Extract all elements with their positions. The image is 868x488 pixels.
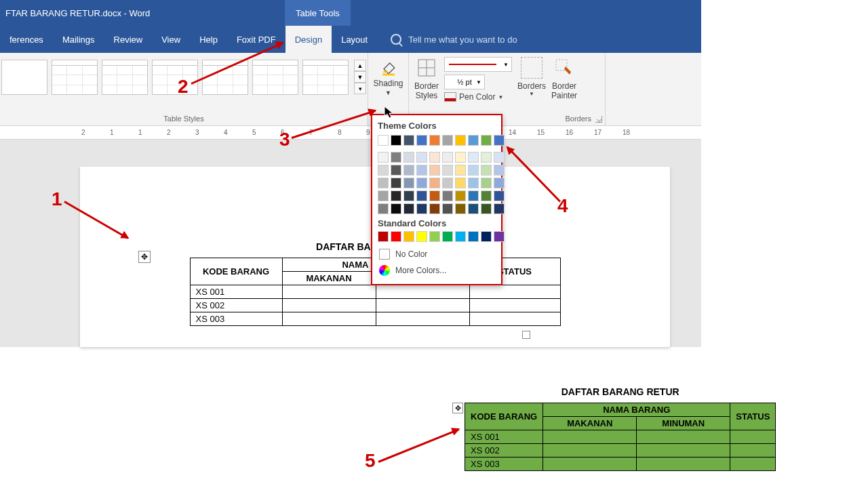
color-swatch[interactable] [403,203,414,214]
color-swatch[interactable] [429,165,440,176]
more-colors-item[interactable]: More Colors... [378,262,496,279]
color-swatch[interactable] [429,203,440,214]
color-swatch[interactable] [494,152,505,163]
color-swatch[interactable] [481,203,492,214]
color-swatch[interactable] [429,135,440,146]
color-swatch[interactable] [494,135,505,146]
color-swatch[interactable] [468,231,479,242]
no-color-item[interactable]: No Color [378,246,496,262]
color-swatch[interactable] [442,190,453,201]
color-swatch[interactable] [416,152,427,163]
tell-me-search[interactable]: Tell me what you want to do [391,26,517,53]
table-style-option[interactable] [152,60,198,95]
color-swatch[interactable] [455,190,466,201]
color-swatch[interactable] [416,190,427,201]
color-swatch[interactable] [494,231,505,242]
color-swatch[interactable] [378,203,389,214]
color-swatch[interactable] [378,178,389,188]
color-swatch[interactable] [442,152,453,163]
color-swatch[interactable] [481,190,492,201]
table-resize-handle[interactable] [522,331,530,339]
color-swatch[interactable] [481,165,492,176]
color-swatch[interactable] [378,152,389,163]
gallery-expand-button[interactable]: ▾ [354,83,366,94]
color-swatch[interactable] [391,152,401,163]
table-move-handle[interactable]: ✥ [452,403,463,413]
color-swatch[interactable] [403,231,414,242]
color-swatch[interactable] [442,165,453,176]
table-style-option[interactable] [1,60,47,95]
border-painter-button[interactable]: Border Painter [551,57,577,101]
shading-button[interactable]: Shading ▼ [370,56,406,99]
color-swatch[interactable] [429,152,440,163]
gallery-scroll-up-button[interactable]: ▲ [354,60,366,71]
table-style-option[interactable] [252,60,298,95]
color-swatch[interactable] [481,178,492,188]
color-swatch[interactable] [416,231,427,242]
color-swatch[interactable] [455,165,466,176]
tab-help[interactable]: Help [190,26,227,53]
color-swatch[interactable] [416,203,427,214]
tab-design[interactable]: Design [285,26,332,53]
color-swatch[interactable] [455,152,466,163]
color-swatch[interactable] [391,231,401,242]
color-swatch[interactable] [403,190,414,201]
color-swatch[interactable] [442,178,453,188]
color-swatch[interactable] [494,178,505,188]
color-swatch[interactable] [403,135,414,146]
color-swatch[interactable] [455,135,466,146]
pen-weight-dropdown[interactable]: ½ pt ▼ [444,75,485,89]
color-swatch[interactable] [468,178,479,188]
color-swatch[interactable] [429,178,440,188]
color-swatch[interactable] [468,135,479,146]
table-style-option[interactable] [52,60,98,95]
border-styles-button[interactable]: Border Styles [414,57,439,101]
color-swatch[interactable] [378,231,389,242]
color-swatch[interactable] [455,203,466,214]
color-swatch[interactable] [481,135,492,146]
tab-mailings[interactable]: Mailings [53,26,104,53]
color-swatch[interactable] [455,231,466,242]
color-swatch[interactable] [403,165,414,176]
pen-color-button[interactable]: Pen Color ▼ [444,92,512,102]
borders-button[interactable]: Borders ▼ [517,57,546,97]
color-swatch[interactable] [378,190,389,201]
table-style-option[interactable] [302,60,349,95]
color-swatch[interactable] [442,231,453,242]
color-swatch[interactable] [403,152,414,163]
color-swatch[interactable] [391,135,401,146]
color-swatch[interactable] [481,152,492,163]
color-swatch[interactable] [468,190,479,201]
table-move-handle[interactable]: ✥ [138,251,151,263]
color-swatch[interactable] [416,178,427,188]
dialog-launcher-icon[interactable] [595,116,602,123]
tab-review[interactable]: Review [104,26,153,53]
pen-style-dropdown[interactable]: ▼ [444,57,512,72]
color-swatch[interactable] [429,190,440,201]
color-swatch[interactable] [403,178,414,188]
color-swatch[interactable] [442,135,453,146]
color-swatch[interactable] [455,178,466,188]
color-swatch[interactable] [481,231,492,242]
gallery-scroll-down-button[interactable]: ▼ [354,71,366,83]
tab-foxit-pdf[interactable]: Foxit PDF [227,26,285,53]
table-style-option[interactable] [102,60,148,95]
color-swatch[interactable] [494,165,505,176]
color-swatch[interactable] [429,231,440,242]
color-swatch[interactable] [416,135,427,146]
table-header[interactable]: KODE BARANG [190,258,282,285]
tab-layout[interactable]: Layout [332,26,377,53]
color-swatch[interactable] [416,165,427,176]
color-swatch[interactable] [442,203,453,214]
table-header[interactable]: MAKANAN [282,272,376,285]
color-swatch[interactable] [494,190,505,201]
table-style-option[interactable] [202,60,248,95]
color-swatch[interactable] [494,203,505,214]
color-swatch[interactable] [378,165,389,176]
color-swatch[interactable] [391,165,401,176]
color-swatch[interactable] [468,152,479,163]
color-swatch[interactable] [468,165,479,176]
color-swatch[interactable] [468,203,479,214]
color-swatch[interactable] [391,178,401,188]
color-swatch[interactable] [391,190,401,201]
